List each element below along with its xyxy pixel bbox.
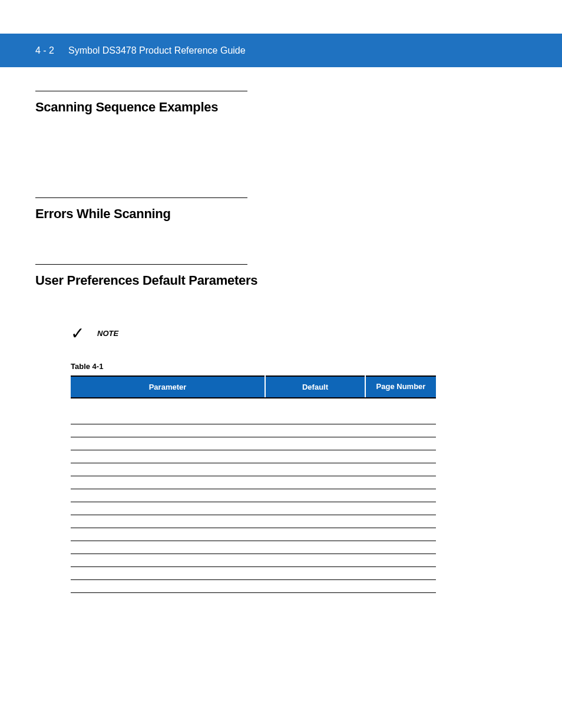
- table-cell-parameter: [71, 554, 265, 566]
- table-header-row: Parameter Default Page Number: [71, 376, 436, 398]
- checkmark-icon: ✓: [71, 324, 84, 343]
- table-cell-default: [265, 541, 365, 554]
- table-row: [71, 554, 436, 566]
- table-cell-parameter: [71, 541, 265, 554]
- table-cell-default: [265, 476, 365, 489]
- section-rule: [35, 91, 247, 91]
- section-rule: [35, 264, 247, 265]
- table-row: [71, 502, 436, 515]
- table-cell-parameter: [71, 528, 265, 541]
- table-cell-page: [365, 554, 436, 566]
- table-cell-parameter: [71, 411, 265, 424]
- table-cell-default: [265, 450, 365, 463]
- table-cell-parameter: [71, 579, 265, 592]
- table-cell-default: [265, 411, 365, 424]
- table-cell-parameter: [71, 437, 265, 450]
- col-header-page: Page Number: [365, 376, 436, 398]
- table-cell-default: [265, 489, 365, 502]
- table-cell-page: [365, 502, 436, 515]
- table-cell-default: [265, 566, 365, 579]
- table-cell-page: [365, 411, 436, 424]
- section-heading: Errors While Scanning: [35, 206, 527, 222]
- table-cell-default: [265, 515, 365, 528]
- table-row: [71, 463, 436, 476]
- table-cell-page: [365, 528, 436, 541]
- table-cell-parameter: [71, 398, 265, 411]
- table-cell-page: [365, 398, 436, 411]
- table-row: [71, 424, 436, 437]
- table-row: [71, 489, 436, 502]
- table-cell-parameter: [71, 566, 265, 579]
- table-row: [71, 528, 436, 541]
- table-cell-default: [265, 463, 365, 476]
- note-label: NOTE: [97, 329, 118, 338]
- table-caption: Table 4-1: [71, 362, 527, 371]
- table-cell-parameter: [71, 502, 265, 515]
- table-cell-default: [265, 437, 365, 450]
- section-heading: Scanning Sequence Examples: [35, 100, 527, 115]
- table-cell-page: [365, 450, 436, 463]
- table-cell-parameter: [71, 463, 265, 476]
- table-cell-default: [265, 554, 365, 566]
- table-cell-page: [365, 424, 436, 437]
- table-cell-parameter: [71, 515, 265, 528]
- table-row: [71, 411, 436, 424]
- table-cell-parameter: [71, 489, 265, 502]
- table-row: [71, 450, 436, 463]
- table-row: [71, 476, 436, 489]
- section-rule: [35, 197, 247, 198]
- table-cell-page: [365, 437, 436, 450]
- table-cell-default: [265, 424, 365, 437]
- table-cell-page: [365, 463, 436, 476]
- col-header-default: Default: [265, 376, 365, 398]
- col-header-parameter: Parameter: [71, 376, 265, 398]
- table-cell-default: [265, 502, 365, 515]
- table-cell-page: [365, 515, 436, 528]
- table-row: [71, 398, 436, 411]
- page-content: Scanning Sequence Examples Errors While …: [0, 67, 562, 593]
- note-block: ✓ NOTE: [71, 324, 527, 343]
- table-cell-page: [365, 476, 436, 489]
- table-row: [71, 541, 436, 554]
- table-row: [71, 566, 436, 579]
- table-cell-default: [265, 528, 365, 541]
- table-cell-page: [365, 566, 436, 579]
- table-cell-parameter: [71, 424, 265, 437]
- section-heading: User Preferences Default Parameters: [35, 273, 527, 288]
- table-cell-page: [365, 579, 436, 592]
- table-row: [71, 515, 436, 528]
- table-cell-default: [265, 398, 365, 411]
- table-cell-parameter: [71, 476, 265, 489]
- parameters-table: Parameter Default Page Number: [71, 375, 436, 593]
- table-row: [71, 437, 436, 450]
- table-cell-page: [365, 541, 436, 554]
- page-header: 4 - 2 Symbol DS3478 Product Reference Gu…: [0, 34, 562, 67]
- table-body: [71, 398, 436, 592]
- doc-title: Symbol DS3478 Product Reference Guide: [68, 45, 246, 56]
- table-cell-page: [365, 489, 436, 502]
- page-number: 4 - 2: [35, 45, 54, 56]
- table-cell-parameter: [71, 450, 265, 463]
- table-cell-default: [265, 579, 365, 592]
- table-row: [71, 579, 436, 592]
